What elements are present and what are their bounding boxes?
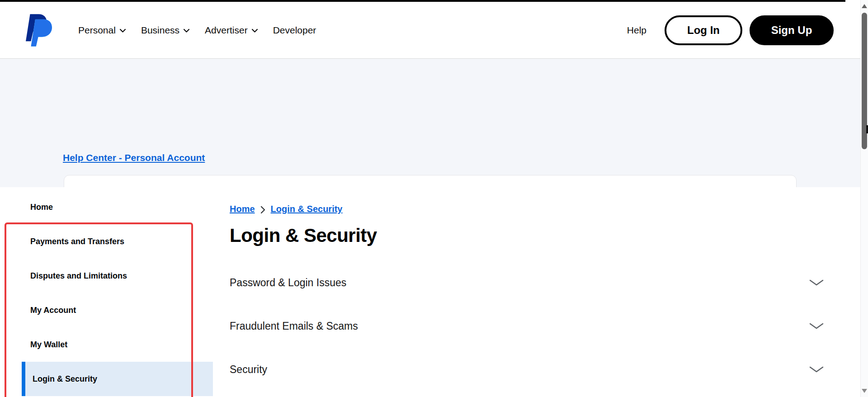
nav-item-label: Business — [141, 25, 179, 36]
sidebar-item-label: My Account — [30, 306, 76, 315]
sidebar-item-label: My Wallet — [30, 340, 67, 350]
mouse-pointer-artifact — [866, 125, 868, 133]
accordion-item-fraudulent-emails-scams[interactable]: Fraudulent Emails & Scams — [230, 304, 827, 348]
nav-item-personal[interactable]: Personal — [78, 25, 126, 36]
sidebar-item-my-wallet[interactable]: My Wallet — [0, 327, 217, 362]
help-center-hero: Help Center - Personal Account — [0, 59, 860, 187]
sidebar-item-disputes-and-limitations[interactable]: Disputes and Limitations — [0, 259, 217, 293]
accordion-item-label: Password & Login Issues — [230, 277, 346, 289]
paypal-logo[interactable] — [26, 14, 53, 47]
sidebar-item-my-account[interactable]: My Account — [0, 293, 217, 327]
topic-content: Home Login & Security Login & Security P… — [230, 187, 827, 391]
sidebar-item-login-and-security[interactable]: Login & Security — [22, 362, 213, 396]
help-topics-sidebar: Home Payments and Transfers Disputes and… — [0, 190, 217, 396]
scroll-up-arrow-icon[interactable] — [862, 4, 867, 8]
sidebar-item-label: Disputes and Limitations — [30, 271, 127, 281]
page: Personal Business Advertiser Developer — [0, 0, 868, 397]
main-content-area: Home Payments and Transfers Disputes and… — [0, 187, 860, 397]
breadcrumb: Home Login & Security — [230, 204, 827, 214]
chevron-down-icon — [809, 366, 824, 373]
nav-right-actions: Help Log In Sign Up — [627, 15, 834, 45]
primary-nav: Personal Business Advertiser Developer — [78, 25, 316, 36]
help-link[interactable]: Help — [627, 25, 646, 36]
vertical-scrollbar[interactable] — [860, 0, 868, 397]
accordion-item-security[interactable]: Security — [230, 348, 827, 391]
sign-up-button[interactable]: Sign Up — [750, 15, 834, 45]
accordion-item-label: Fraudulent Emails & Scams — [230, 320, 358, 332]
chevron-down-icon — [252, 29, 258, 33]
nav-item-advertiser[interactable]: Advertiser — [205, 25, 258, 36]
top-navbar: Personal Business Advertiser Developer — [0, 2, 860, 59]
help-center-personal-account-link[interactable]: Help Center - Personal Account — [63, 152, 205, 163]
nav-item-business[interactable]: Business — [141, 25, 189, 36]
page-title: Login & Security — [230, 225, 827, 246]
nav-item-label: Personal — [78, 25, 116, 36]
accordion-item-password-login-issues[interactable]: Password & Login Issues — [230, 261, 827, 304]
chevron-down-icon — [809, 279, 824, 286]
chevron-down-icon — [120, 29, 126, 33]
active-item-indicator — [22, 362, 25, 396]
nav-item-label: Developer — [273, 25, 316, 36]
paypal-logo-icon — [26, 14, 52, 47]
breadcrumb-home-link[interactable]: Home — [230, 204, 255, 214]
nav-item-developer[interactable]: Developer — [273, 25, 316, 36]
chevron-down-icon — [809, 323, 824, 329]
sidebar-item-label: Login & Security — [33, 374, 97, 384]
accordion-item-label: Security — [230, 364, 267, 376]
log-in-button[interactable]: Log In — [665, 15, 742, 45]
nav-item-label: Advertiser — [205, 25, 248, 36]
sidebar-item-payments-and-transfers[interactable]: Payments and Transfers — [0, 224, 217, 259]
breadcrumb-login-security-link[interactable]: Login & Security — [271, 204, 343, 214]
scroll-down-arrow-icon[interactable] — [862, 389, 867, 393]
sidebar-item-label: Payments and Transfers — [30, 237, 124, 246]
sidebar-item-label: Home — [30, 203, 53, 212]
sidebar-item-home[interactable]: Home — [0, 190, 217, 224]
chevron-right-icon — [260, 206, 265, 214]
topic-accordion: Password & Login Issues Fraudulent Email… — [230, 261, 827, 391]
chevron-down-icon — [184, 29, 189, 33]
